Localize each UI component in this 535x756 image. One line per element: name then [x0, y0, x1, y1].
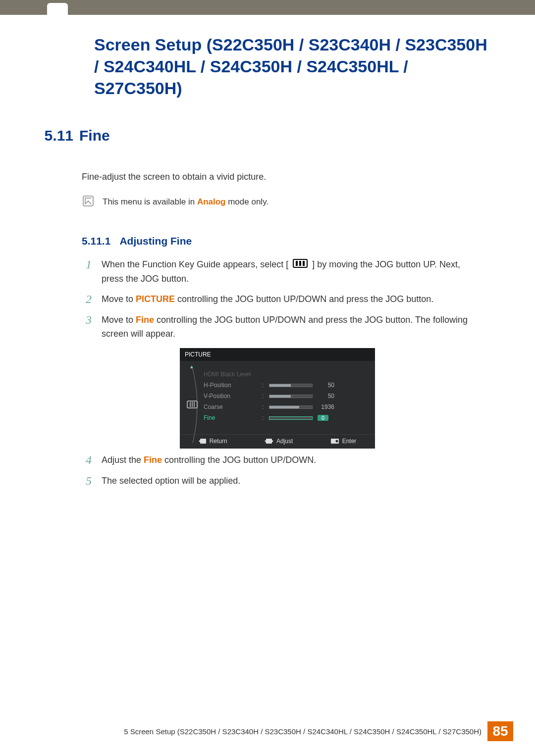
osd-footer-return: Return — [199, 438, 227, 445]
osd-slider-fill — [269, 395, 291, 398]
osd-item-label: Fine — [204, 414, 258, 421]
step-text: The selected option will be applied. — [102, 474, 473, 488]
osd-item-fine: Fine : 0 — [204, 412, 368, 423]
step-text: Move to PICTURE controlling the JOG butt… — [102, 293, 473, 306]
osd-slider-fill — [269, 406, 299, 408]
page-footer: 5 Screen Setup (S22C350H / S23C340H / S2… — [0, 721, 535, 741]
step2-pre: Move to — [102, 294, 136, 304]
section-number: 5.11 — [0, 127, 79, 144]
step-number: 3 — [82, 313, 92, 326]
section-heading: 5.11 Fine — [0, 127, 535, 144]
osd-item-h-position: H-Position : 50 — [204, 380, 368, 391]
osd-slider — [269, 405, 313, 409]
osd-footer-adjust: Adjust — [265, 438, 293, 445]
osd-footer-enter: Enter — [330, 438, 357, 445]
step-number: 1 — [82, 258, 92, 271]
top-bar — [0, 0, 535, 15]
step4-pre: Adjust the — [102, 455, 144, 465]
step-text: Adjust the Fine controlling the JOG butt… — [102, 454, 473, 467]
step2-accent: PICTURE — [136, 294, 175, 304]
step3-post: controlling the JOG button UP/DOWN and p… — [102, 315, 468, 339]
osd-item-label: HDMI Black Level — [204, 371, 258, 378]
page-number-badge: 85 — [487, 721, 513, 741]
svg-point-15 — [335, 440, 338, 443]
step1-pre: When the Function Key Guide appears, sel… — [102, 259, 288, 269]
colon: : — [262, 403, 265, 410]
osd-footer: Return Adjust Enter — [180, 434, 375, 449]
footer-text: 5 Screen Setup (S22C350H / S23C340H / S2… — [124, 727, 482, 736]
osd-figure: PICTURE ▲ — [82, 348, 473, 449]
osd-slider — [269, 384, 313, 387]
step-1: 1 When the Function Key Guide appears, s… — [82, 258, 473, 286]
intro-text: Fine-adjust the screen to obtain a vivid… — [82, 170, 473, 184]
osd-footer-label: Return — [210, 438, 227, 445]
svg-rect-2 — [296, 261, 298, 266]
step-text: When the Function Key Guide appears, sel… — [102, 258, 473, 286]
step-5: 5 The selected option will be applied. — [82, 474, 473, 488]
osd-item-value: 1936 — [318, 403, 334, 410]
osd-item-value: 50 — [318, 393, 334, 400]
osd-footer-label: Adjust — [276, 438, 293, 445]
step-list: 1 When the Function Key Guide appears, s… — [82, 258, 473, 488]
note-accent: Analog — [197, 197, 226, 206]
step-number: 5 — [82, 474, 92, 487]
osd-item-coarse: Coarse : 1936 — [204, 402, 368, 412]
svg-rect-11 — [266, 439, 272, 444]
osd-slider-fill — [269, 384, 291, 387]
subsection-title: Adjusting Fine — [119, 235, 192, 247]
osd-item-label: V-Position — [204, 393, 258, 400]
svg-rect-3 — [299, 261, 301, 266]
step4-post: controlling the JOG button UP/DOWN. — [162, 455, 316, 465]
osd-items: HDMI Black Level H-Position : 50 V-Posit… — [204, 361, 375, 434]
screen-icon — [187, 401, 198, 410]
note-text: This menu is available in Analog mode on… — [103, 197, 268, 207]
subsection-heading: 5.11.1 Adjusting Fine — [82, 235, 473, 247]
step-number: 2 — [82, 293, 92, 305]
osd-slider — [269, 416, 313, 420]
osd-item-value: 0 — [318, 415, 328, 421]
osd-panel: PICTURE ▲ — [180, 348, 375, 449]
step3-pre: Move to — [102, 315, 136, 325]
section-title: Fine — [79, 127, 110, 144]
svg-rect-4 — [303, 261, 305, 266]
osd-slider — [269, 395, 313, 398]
note-prefix: This menu is available in — [103, 197, 197, 206]
svg-marker-12 — [265, 440, 267, 443]
osd-title: PICTURE — [180, 348, 375, 361]
step-text: Move to Fine controlling the JOG button … — [102, 313, 473, 341]
note-suffix: mode only. — [225, 197, 268, 206]
step-4: 4 Adjust the Fine controlling the JOG bu… — [82, 454, 473, 467]
step2-post: controlling the JOG button UP/DOWN and p… — [175, 294, 433, 304]
colon: : — [262, 382, 265, 389]
osd-item-value: 50 — [318, 382, 334, 389]
osd-item-hdmi-black-level: HDMI Black Level — [204, 369, 368, 380]
menu-icon — [293, 258, 308, 272]
step-2: 2 Move to PICTURE controlling the JOG bu… — [82, 293, 473, 306]
note-row: This menu is available in Analog mode on… — [82, 195, 473, 209]
step3-accent: Fine — [136, 315, 154, 325]
step-number: 4 — [82, 454, 92, 466]
note-icon — [82, 195, 95, 209]
chapter-tab-marker — [47, 3, 68, 20]
colon: : — [262, 414, 265, 421]
step-3: 3 Move to Fine controlling the JOG butto… — [82, 313, 473, 341]
svg-marker-13 — [271, 440, 273, 443]
osd-item-v-position: V-Position : 50 — [204, 391, 368, 402]
osd-footer-label: Enter — [342, 438, 357, 445]
colon: : — [262, 393, 265, 400]
osd-item-label: H-Position — [204, 382, 258, 389]
subsection-number: 5.11.1 — [82, 235, 110, 247]
osd-item-label: Coarse — [204, 403, 258, 410]
chapter-title: Screen Setup (S22C350H / S23C340H / S23C… — [94, 34, 490, 100]
step4-accent: Fine — [144, 455, 162, 465]
